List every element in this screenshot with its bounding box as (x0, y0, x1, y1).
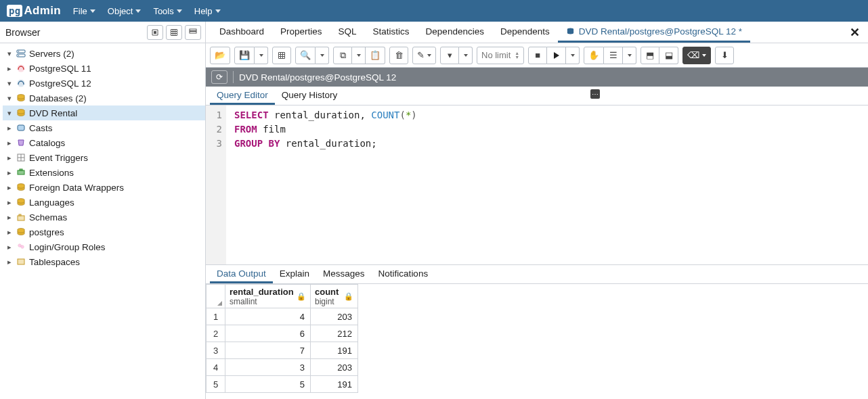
row-number-cell[interactable]: 1 (207, 308, 225, 325)
cell-rental-duration[interactable]: 6 (225, 325, 311, 342)
scratchpad-toggle-icon[interactable]: ⋯ (590, 89, 600, 99)
find-button[interactable]: 🔍 (295, 47, 316, 64)
main-tab[interactable]: Dependencies (418, 22, 492, 43)
results-grid[interactable]: rental_duration smallint 🔒 count bigint … (206, 284, 868, 399)
tree-node[interactable]: ▸Casts (3, 120, 205, 135)
tree-grid-button[interactable] (166, 25, 182, 40)
cell-rental-duration[interactable]: 5 (225, 376, 311, 393)
main-tab[interactable]: Dependents (492, 22, 558, 43)
row-number-cell[interactable]: 4 (207, 359, 225, 376)
explain-dropdown-button[interactable] (623, 47, 636, 64)
tree-node[interactable]: ▸Schemas (3, 210, 205, 225)
copy-dropdown-button[interactable] (352, 47, 366, 64)
main-tab[interactable]: Dashboard (211, 22, 272, 43)
main-tab[interactable]: SQL (330, 22, 365, 43)
output-tab[interactable]: Data Output (210, 265, 273, 283)
stop-button[interactable]: ■ (528, 47, 547, 64)
output-tab[interactable]: Explain (273, 265, 316, 283)
open-file-button[interactable]: 📂 (210, 47, 230, 64)
save-button[interactable]: 💾 (234, 47, 255, 64)
tree-node[interactable]: ▾DVD Rental (3, 105, 205, 120)
table-row[interactable]: 55191 (207, 376, 358, 393)
table-row[interactable]: 26212 (207, 325, 358, 342)
filter-button[interactable]: ▾ (440, 47, 459, 64)
tree-toggle-icon[interactable]: ▸ (5, 154, 14, 162)
cell-rental-duration[interactable]: 3 (225, 359, 311, 376)
table-row[interactable]: 37191 (207, 342, 358, 359)
commit-button[interactable]: ⬒ (641, 47, 659, 64)
tree-node[interactable]: ▸Extensions (3, 165, 205, 180)
tree-toggle-icon[interactable]: ▸ (5, 228, 14, 237)
tree-node[interactable]: ▸Event Triggers (3, 150, 205, 165)
delete-row-button[interactable]: 🗑 (389, 47, 408, 64)
row-number-cell[interactable]: 2 (207, 325, 225, 342)
cell-count[interactable]: 212 (311, 325, 358, 342)
cell-count[interactable]: 203 (311, 359, 358, 376)
tree-toggle-icon[interactable]: ▾ (5, 109, 14, 118)
execute-button[interactable] (547, 47, 566, 64)
row-number-cell[interactable]: 3 (207, 342, 225, 359)
explain-button[interactable]: ✋ (584, 47, 604, 64)
tree-node[interactable]: ▸PostgreSQL 11 (3, 61, 205, 76)
tree-node[interactable]: ▸Login/Group Roles (3, 239, 205, 254)
tree-toggle-icon[interactable]: ▾ (5, 79, 14, 88)
editor-code[interactable]: SELECT rental_duration, COUNT(*)FROM fil… (226, 105, 868, 264)
tree-collapse-button[interactable] (147, 25, 163, 40)
tree-node[interactable]: ▸Foreign Data Wrappers (3, 180, 205, 195)
sql-editor[interactable]: 123 SELECT rental_duration, COUNT(*)FROM… (206, 105, 868, 265)
menu-item-help[interactable]: Help (194, 6, 221, 16)
table-row[interactable]: 14203 (207, 308, 358, 325)
cell-rental-duration[interactable]: 4 (225, 308, 311, 325)
tree-node[interactable]: ▸Tablespaces (3, 254, 205, 269)
connection-status-icon[interactable]: ⟳ (211, 70, 227, 84)
table-row[interactable]: 43203 (207, 359, 358, 376)
tree-filter-button[interactable] (185, 25, 201, 40)
edit-button[interactable]: ✎ (412, 47, 436, 64)
download-button[interactable]: ⬇ (715, 47, 734, 64)
tree-toggle-icon[interactable]: ▸ (5, 64, 14, 73)
tree-node[interactable]: ▸Catalogs (3, 135, 205, 150)
column-header-rental-duration[interactable]: rental_duration smallint 🔒 (225, 285, 311, 308)
output-tab[interactable]: Messages (316, 265, 372, 283)
column-header-count[interactable]: count bigint 🔒 (311, 285, 358, 308)
save-dropdown-button[interactable] (255, 47, 268, 64)
tree-toggle-icon[interactable]: ▸ (5, 198, 14, 207)
editor-tab[interactable]: Query History (275, 87, 345, 105)
tree-node[interactable]: ▾Servers (2) (3, 46, 205, 61)
tree-node[interactable]: ▸postgres (3, 225, 205, 239)
tree-node[interactable]: ▾Databases (2) (3, 91, 205, 105)
tree-toggle-icon[interactable]: ▸ (5, 258, 14, 266)
tree-node[interactable]: ▸Languages (3, 195, 205, 210)
tab-close-button[interactable]: ✕ (846, 25, 864, 40)
cell-count[interactable]: 191 (311, 342, 358, 359)
tree-toggle-icon[interactable]: ▾ (5, 49, 14, 58)
copy-button[interactable]: ⧉ (333, 47, 352, 64)
tree-toggle-icon[interactable]: ▸ (5, 139, 14, 147)
row-number-cell[interactable]: 5 (207, 376, 225, 393)
output-tab[interactable]: Notifications (372, 265, 435, 283)
main-tab[interactable]: DVD Rental/postgres@PostgreSQL 12 * (558, 22, 750, 43)
edit-grid-button[interactable] (272, 47, 291, 64)
menu-item-object[interactable]: Object (108, 6, 142, 16)
tree-toggle-icon[interactable]: ▸ (5, 168, 14, 177)
rollback-button[interactable]: ⬓ (659, 47, 678, 64)
cell-rental-duration[interactable]: 7 (225, 342, 311, 359)
tree-node[interactable]: ▾PostgreSQL 12 (3, 76, 205, 91)
tree-toggle-icon[interactable]: ▸ (5, 124, 14, 133)
paste-button[interactable]: 📋 (366, 47, 385, 64)
cell-count[interactable]: 191 (311, 376, 358, 393)
tree-toggle-icon[interactable]: ▸ (5, 183, 14, 192)
find-dropdown-button[interactable] (316, 47, 329, 64)
main-tab[interactable]: Properties (272, 22, 330, 43)
menu-item-file[interactable]: File (73, 6, 95, 16)
tree-toggle-icon[interactable]: ▸ (5, 243, 14, 252)
tree-toggle-icon[interactable]: ▸ (5, 213, 14, 222)
clear-button[interactable]: ⌫ (682, 47, 711, 64)
row-number-header[interactable] (207, 285, 225, 308)
cell-count[interactable]: 203 (311, 308, 358, 325)
execute-dropdown-button[interactable] (566, 47, 580, 64)
object-tree[interactable]: ▾Servers (2)▸PostgreSQL 11▾PostgreSQL 12… (0, 43, 205, 399)
main-tab[interactable]: Statistics (365, 22, 418, 43)
filter-dropdown-button[interactable] (459, 47, 473, 64)
editor-tab[interactable]: Query Editor (210, 87, 275, 105)
